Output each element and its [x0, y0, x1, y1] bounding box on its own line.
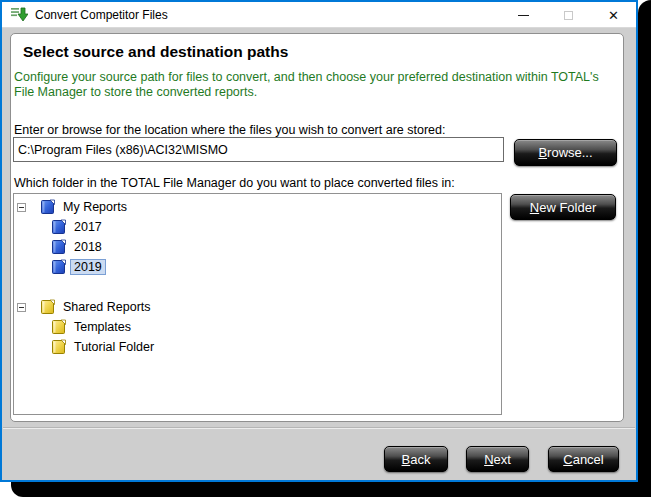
- tree-item-label: Shared Reports: [59, 299, 155, 315]
- yellow-folder-icon: [41, 299, 56, 315]
- source-path-input[interactable]: [13, 137, 504, 162]
- maximize-icon: [564, 11, 573, 20]
- screenshot-root: Convert Competitor Files ✕ Select source…: [0, 0, 651, 497]
- yellow-folder-icon: [52, 339, 67, 355]
- browse-button[interactable]: Browse...: [514, 139, 617, 166]
- convert-files-app-icon: [11, 7, 28, 23]
- collapse-expander-icon[interactable]: [17, 203, 26, 212]
- minimize-button[interactable]: [501, 2, 546, 28]
- tree-item-label: Tutorial Folder: [70, 339, 158, 355]
- yellow-folder-icon: [52, 319, 67, 335]
- close-button[interactable]: ✕: [591, 2, 636, 28]
- page-description-line2: File Manager to store the converted repo…: [14, 85, 257, 99]
- tree-item-2018[interactable]: 2018: [14, 237, 501, 257]
- maximize-button: [546, 2, 591, 28]
- back-button[interactable]: Back: [384, 446, 448, 472]
- close-icon: ✕: [608, 9, 619, 22]
- new-folder-button[interactable]: New Folder: [510, 194, 616, 220]
- blue-folder-icon: [52, 219, 67, 235]
- tree-item-2017[interactable]: 2017: [14, 217, 501, 237]
- tree-item-tutorial-folder[interactable]: Tutorial Folder: [14, 337, 501, 357]
- window-controls: ✕: [501, 2, 636, 28]
- footer-divider: [3, 427, 635, 429]
- tree-item-label-selected: 2018: [70, 239, 106, 255]
- folder-tree: My Reports 2017 2018 2019: [13, 193, 502, 415]
- next-button[interactable]: Next: [466, 446, 529, 472]
- blue-folder-icon: [52, 239, 67, 255]
- minimize-icon: [518, 15, 529, 16]
- tree-spacer-row: [14, 277, 501, 297]
- tree-item-label: 2017: [70, 219, 106, 235]
- cancel-button[interactable]: Cancel: [548, 446, 619, 472]
- blue-folder-icon: [52, 259, 67, 275]
- page-description-line1: Configure your source path for files to …: [14, 70, 599, 84]
- page-title: Select source and destination paths: [23, 43, 288, 61]
- window-title: Convert Competitor Files: [35, 8, 168, 22]
- window-shadow: [638, 0, 651, 497]
- tree-item-label: 2019: [70, 259, 106, 275]
- title-bar: Convert Competitor Files ✕: [2, 2, 636, 28]
- source-path-label: Enter or browse for the location where t…: [14, 123, 445, 137]
- destination-label: Which folder in the TOTAL File Manager d…: [14, 176, 455, 190]
- tree-item-label: My Reports: [59, 199, 131, 215]
- folder-tree-list: My Reports 2017 2018 2019: [14, 194, 501, 357]
- page-description: Configure your source path for files to …: [14, 70, 610, 100]
- tree-item-2019-selected[interactable]: 2019: [14, 257, 501, 277]
- collapse-expander-icon[interactable]: [17, 303, 26, 312]
- tree-item-label: Templates: [70, 319, 135, 335]
- tree-item-shared-reports[interactable]: Shared Reports: [14, 297, 501, 317]
- convert-competitor-files-window: Convert Competitor Files ✕ Select source…: [0, 0, 638, 482]
- blue-folder-icon: [41, 199, 56, 215]
- tree-item-my-reports[interactable]: My Reports: [14, 197, 501, 217]
- content-panel: Select source and destination paths Conf…: [10, 33, 624, 422]
- window-shadow: [11, 482, 651, 497]
- tree-item-templates[interactable]: Templates: [14, 317, 501, 337]
